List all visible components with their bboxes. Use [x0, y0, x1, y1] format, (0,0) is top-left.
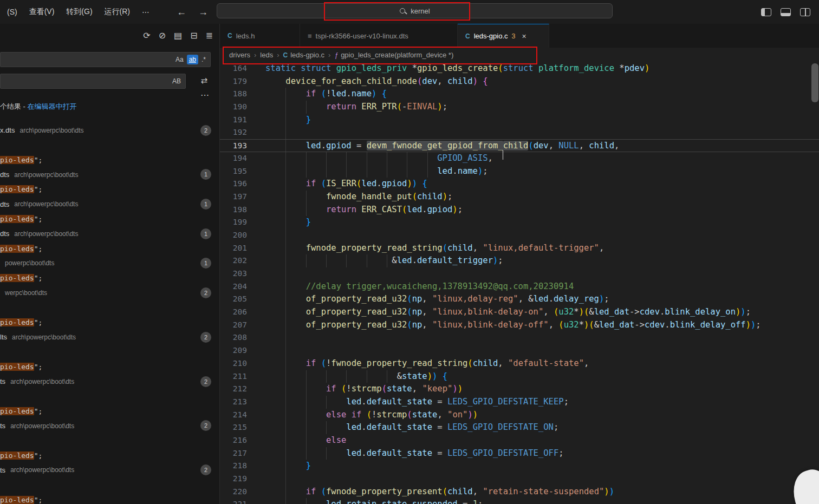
menu-item[interactable]: (S)	[1, 5, 23, 19]
search-result-match-row[interactable]	[0, 389, 219, 403]
command-center-search[interactable]: kernel	[217, 3, 613, 18]
code-line-212[interactable]: 212 if (!strcmp(state, "keep"))	[220, 383, 819, 396]
menu-item[interactable]: 转到(G)	[60, 4, 98, 19]
search-result-match-row[interactable]: pio-leds";	[0, 241, 219, 256]
split-editor-icon[interactable]	[800, 8, 810, 16]
code-line-202[interactable]: 202 &led.default_trigger);	[220, 254, 819, 267]
code-line-197[interactable]: 197 fwnode_handle_put(child);	[220, 191, 819, 204]
search-result-file-row[interactable]: werpc\boot\dts2	[0, 285, 219, 300]
tab-leds-gpio.c[interactable]: Cleds-gpio.c3×	[458, 24, 549, 48]
tab-leds.h[interactable]: Cleds.h	[220, 24, 300, 48]
code-line-194[interactable]: 194 GPIOD_ASIS,	[220, 152, 819, 165]
code-line-190[interactable]: 190 return ERR_PTR(-EINVAL);	[220, 101, 819, 114]
code-line-219[interactable]: 219	[220, 473, 819, 486]
code-line-206[interactable]: 206 of_property_read_u32(np, "linux,blin…	[220, 306, 819, 319]
code-line-188[interactable]: 188 if (!led.name) {	[220, 88, 819, 101]
code-line-208[interactable]: 208	[220, 331, 819, 344]
refresh-icon[interactable]: ⟳	[143, 31, 150, 40]
code-line-203[interactable]: 203	[220, 267, 819, 280]
breadcrumb-item-0[interactable]: drivers	[229, 51, 250, 59]
more-search-options-button[interactable]: ⋯	[200, 90, 210, 100]
code-line-218[interactable]: 218 }	[220, 460, 819, 473]
tab-tspi-rk3566-user-v10-linux.dts[interactable]: ≡tspi-rk3566-user-v10-linux.dts	[300, 24, 458, 48]
code-line-201[interactable]: 201 fwnode_property_read_string(child, "…	[220, 242, 819, 255]
code-line-216[interactable]: 216 else	[220, 434, 819, 447]
forward-icon[interactable]: →	[198, 6, 208, 18]
search-result-file-row[interactable]: ltsarch\powerpc\boot\dts2	[0, 330, 219, 344]
breadcrumb-item-1[interactable]: leds	[260, 51, 273, 59]
search-result-match-row[interactable]: pio-leds";	[0, 271, 219, 285]
search-result-file-row[interactable]: dtsarch\powerpc\boot\dts1	[0, 167, 219, 182]
match-case-option[interactable]: Aa	[173, 55, 186, 64]
search-result-file-row[interactable]: x.dtsarch\powerpc\boot\dts2	[0, 123, 219, 138]
code-line-164[interactable]: 164static struct gpio_leds_priv *gpio_le…	[220, 62, 819, 75]
search-result-match-row[interactable]	[0, 477, 219, 492]
search-result-file-row[interactable]: tsarch\powerpc\boot\dts2	[0, 418, 219, 433]
indent-guide	[285, 88, 286, 101]
code-line-199[interactable]: 199 }	[220, 216, 819, 229]
code-line-198[interactable]: 198 return ERR_CAST(led.gpiod);	[220, 204, 819, 217]
search-result-match-row[interactable]	[0, 433, 219, 448]
code-line-213[interactable]: 213 led.default_state = LEDS_GPIO_DEFSTA…	[220, 396, 819, 409]
view-as-tree-icon[interactable]: ≣	[206, 31, 213, 40]
code-line-200[interactable]: 200	[220, 229, 819, 242]
indent-guide	[285, 447, 286, 460]
toggle-sidebar-icon[interactable]	[761, 8, 771, 16]
search-result-match-row[interactable]: pio-leds";	[0, 315, 219, 330]
search-result-file-row[interactable]: dtsarch\powerpc\boot\dts1	[0, 197, 219, 211]
code-line-205[interactable]: 205 of_property_read_u32(np, "linux,dela…	[220, 293, 819, 306]
search-result-match-row[interactable]	[0, 344, 219, 359]
code-line-195[interactable]: 195 led.name);	[220, 165, 819, 178]
search-result-match-row[interactable]: pio-leds";	[0, 153, 219, 167]
scrollbar-thumb[interactable]	[811, 63, 818, 102]
search-result-file-row[interactable]: tsarch\powerpc\boot\dts2	[0, 463, 219, 477]
search-result-match-row[interactable]	[0, 300, 219, 315]
search-result-match-row[interactable]: pio-leds";	[0, 212, 219, 226]
menu-item[interactable]: 查看(V)	[23, 4, 61, 19]
breadcrumb-item-2[interactable]: Cleds-gpio.c	[283, 51, 325, 59]
code-line-209[interactable]: 209	[220, 344, 819, 357]
search-result-match-row[interactable]: pio-leds";	[0, 404, 219, 418]
search-result-file-row[interactable]: powerpc\boot\dts1	[0, 256, 219, 271]
search-result-match-row[interactable]	[0, 138, 219, 152]
whole-word-option[interactable]: ab	[187, 55, 198, 64]
preserve-case-option[interactable]: AB	[170, 76, 183, 86]
search-result-match-row[interactable]: pio-leds";	[0, 359, 219, 374]
search-result-match-row[interactable]: pio-leds";	[0, 182, 219, 197]
code-line-211[interactable]: 211 &state)) {	[220, 370, 819, 383]
open-new-search-editor-icon[interactable]: ▤	[174, 31, 182, 40]
code-line-191[interactable]: 191 }	[220, 114, 819, 127]
indent-guide	[427, 152, 428, 165]
code-line-215[interactable]: 215 led.default_state = LEDS_GPIO_DEFSTA…	[220, 421, 819, 434]
open-in-editor-link[interactable]: 在编辑器中打开	[28, 102, 77, 110]
search-result-file-row[interactable]: dtsarch\powerpc\boot\dts1	[0, 226, 219, 241]
menu-item[interactable]: 运行(R)	[99, 4, 136, 19]
toggle-panel-icon[interactable]	[781, 8, 791, 16]
back-icon[interactable]: ←	[177, 6, 186, 18]
search-result-match-row[interactable]: pio-leds";	[0, 492, 219, 504]
close-icon[interactable]: ×	[522, 32, 526, 41]
code-line-196[interactable]: 196 if (IS_ERR(led.gpiod)) {	[220, 178, 819, 191]
breadcrumb-item-3[interactable]: ƒgpio_leds_create(platform_device *)	[334, 51, 453, 59]
code-line-214[interactable]: 214 else if (!strcmp(state, "on"))	[220, 409, 819, 422]
replace-all-button[interactable]: ⇄	[200, 76, 207, 86]
code-line-192[interactable]: 192	[220, 126, 819, 139]
code-line-179[interactable]: 179 device_for_each_child_node(dev, chil…	[220, 75, 819, 88]
search-result-match-row[interactable]: pio-leds";	[0, 448, 219, 463]
code-line-217[interactable]: 217 led.default_state = LEDS_GPIO_DEFSTA…	[220, 447, 819, 460]
code-editor[interactable]: 164static struct gpio_leds_priv *gpio_le…	[220, 62, 819, 504]
code-text: of_property_read_u32(np, "linux,delay-re…	[265, 293, 819, 306]
search-input[interactable]: Aaab.*	[0, 52, 211, 67]
clear-search-results-icon[interactable]: ⊘	[159, 31, 166, 40]
code-line-204[interactable]: 204 //delay trigger,wucaicheng,137891349…	[220, 280, 819, 293]
code-line-210[interactable]: 210 if (!fwnode_property_read_string(chi…	[220, 357, 819, 370]
code-line-207[interactable]: 207 of_property_read_u32(np, "linux,blin…	[220, 319, 819, 332]
menu-item[interactable]: ⋯	[136, 5, 155, 19]
replace-input[interactable]: AB	[0, 74, 186, 89]
code-line-221[interactable]: 221 led.retain_state_suspended = 1;	[220, 498, 819, 504]
code-line-220[interactable]: 220 if (fwnode_property_present(child, "…	[220, 486, 819, 499]
use-regex-option[interactable]: .*	[199, 55, 208, 64]
code-line-193[interactable]: 193 led.gpiod = devm_fwnode_get_gpiod_fr…	[220, 139, 819, 152]
search-result-file-row[interactable]: tsarch\powerpc\boot\dts2	[0, 374, 219, 389]
collapse-all-icon[interactable]: ⊟	[190, 31, 197, 40]
